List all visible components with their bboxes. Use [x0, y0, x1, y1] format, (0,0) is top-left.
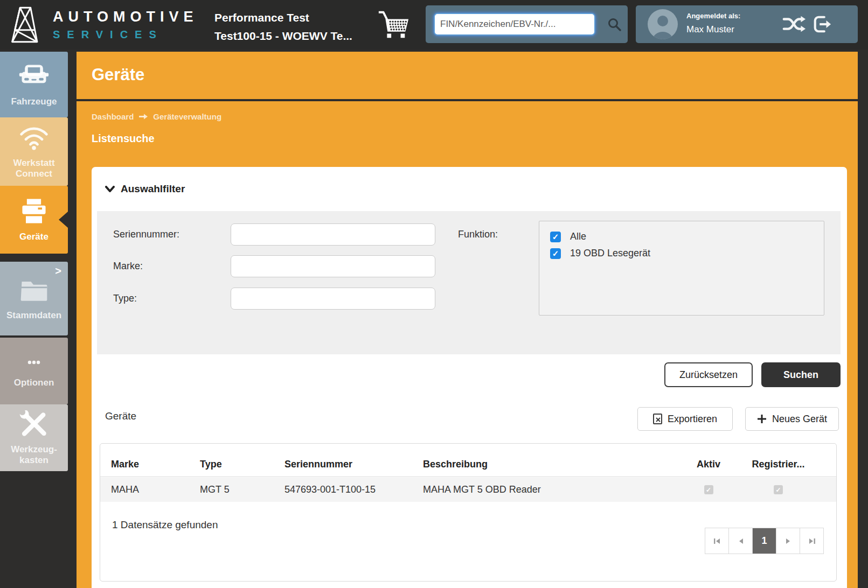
- listensuche-card: Auswahlfilter Seriennummer: Marke: Type:…: [92, 167, 847, 588]
- app-root: AUTOMOTIVE SERVICES Performance Test Tes…: [0, 0, 868, 588]
- funktion-options-box: ✓ Alle ✓ 19 OBD Lesegerät: [539, 221, 824, 316]
- pagination-prev-button[interactable]: [728, 528, 753, 554]
- new-device-button-label: Neues Gerät: [772, 414, 827, 425]
- registriert-checkbox-disabled: ✓: [774, 485, 783, 494]
- breadcrumb-link-dashboard[interactable]: Dashboard: [92, 112, 134, 121]
- reset-button[interactable]: Zurücksetzen: [664, 362, 753, 387]
- sidebar-item-label: Stammdaten: [3, 310, 65, 321]
- aktiv-checkbox-disabled: ✓: [704, 485, 713, 494]
- app-title-line2: Test100-15 - WOEWV Te...: [214, 27, 352, 45]
- col-header-seriennummer[interactable]: Seriennummer: [284, 459, 423, 477]
- search-button[interactable]: Suchen: [761, 362, 841, 387]
- brand-line1: AUTOMOTIVE: [53, 9, 198, 25]
- avatar[interactable]: [648, 9, 678, 39]
- result-count: 1 Datensätze gefunden: [112, 519, 218, 531]
- chevron-down-icon: [105, 186, 115, 193]
- brand-logo[interactable]: AUTOMOTIVE SERVICES: [4, 3, 198, 46]
- marke-label: Marke:: [113, 255, 221, 277]
- next-page-icon: [785, 538, 791, 544]
- sidebar-item-stammdaten[interactable]: > Stammdaten: [0, 262, 68, 335]
- breadcrumb: Dashboard Geräteverwaltung: [92, 112, 221, 121]
- pagination: 1: [705, 528, 824, 554]
- search-icon[interactable]: [607, 17, 621, 31]
- last-page-icon: [808, 538, 816, 544]
- breadcrumb-current: Geräteverwaltung: [153, 112, 221, 121]
- user-name: Max Muster: [686, 24, 740, 35]
- sidebar-item-label: Fahrzeuge: [8, 96, 60, 107]
- sidebar-item-label: Geräte: [16, 232, 52, 242]
- breadcrumb-arrow-icon: [139, 114, 148, 120]
- pagination-current-page[interactable]: 1: [752, 528, 776, 554]
- plus-icon: [757, 414, 767, 424]
- funktion-option-obd[interactable]: ✓ 19 OBD Lesegerät: [550, 245, 824, 262]
- folder-icon: [18, 276, 50, 303]
- type-input[interactable]: [231, 288, 435, 310]
- car-icon: [18, 62, 50, 89]
- active-item-notch: [59, 212, 68, 228]
- main-content: Geräte Dashboard Geräteverwaltung Listen…: [77, 52, 858, 588]
- sidebar-item-label: Werkzeug-kasten: [0, 444, 68, 466]
- col-header-beschreibung[interactable]: Beschreibung: [423, 459, 687, 477]
- cell-marke: MAHA: [111, 484, 200, 495]
- app-title-line1: Performance Test: [214, 9, 352, 27]
- tools-icon: [18, 410, 50, 437]
- top-header: AUTOMOTIVE SERVICES Performance Test Tes…: [0, 0, 868, 50]
- cart-icon[interactable]: [376, 9, 411, 42]
- user-panel: Angemeldet als: Max Muster: [636, 5, 858, 43]
- excel-icon: [653, 414, 662, 424]
- sidebar-item-werkstatt-connect[interactable]: Werkstatt Connect: [0, 117, 68, 186]
- user-texts: Angemeldet als: Max Muster: [686, 12, 740, 35]
- sidebar-item-label: Optionen: [11, 377, 58, 388]
- wifi-icon: [18, 124, 50, 151]
- filter-fields-panel: Seriennummer: Marke: Type: Funktion: ✓ A…: [97, 211, 841, 354]
- results-section-label: Geräte: [105, 410, 136, 422]
- pagination-last-button[interactable]: [800, 528, 824, 554]
- app-title: Performance Test Test100-15 - WOEWV Te..…: [214, 9, 352, 45]
- cell-type: MGT 5: [200, 484, 284, 495]
- expand-chevron-icon[interactable]: >: [55, 265, 61, 277]
- printer-icon: [18, 198, 50, 225]
- checkbox-checked-icon[interactable]: ✓: [550, 232, 561, 242]
- cell-beschreibung: MAHA MGT 5 OBD Reader: [423, 484, 687, 495]
- title-separator: [77, 99, 858, 101]
- table-row[interactable]: MAHA MGT 5 547693-001-T100-15 MAHA MGT 5…: [100, 478, 836, 502]
- page-title: Geräte: [92, 65, 144, 85]
- marke-input[interactable]: [231, 255, 435, 277]
- cell-seriennummer: 547693-001-T100-15: [284, 484, 423, 495]
- filter-header-label: Auswahlfilter: [121, 183, 185, 195]
- section-title: Listensuche: [92, 132, 155, 145]
- col-header-aktiv[interactable]: Aktiv: [687, 459, 730, 477]
- sidebar-item-geraete[interactable]: Geräte: [0, 186, 68, 254]
- funktion-option-label: Alle: [570, 231, 586, 242]
- logout-icon[interactable]: [813, 15, 832, 34]
- seriennummer-input[interactable]: [231, 223, 435, 246]
- filter-accordion-toggle[interactable]: Auswahlfilter: [105, 183, 185, 195]
- sidebar-item-werkzeugkasten[interactable]: Werkzeug-kasten: [0, 404, 68, 471]
- col-header-registriert[interactable]: Registrier...: [730, 459, 827, 477]
- header-search-panel: [426, 5, 628, 43]
- devices-table: Marke Type Seriennummer Beschreibung Akt…: [100, 443, 837, 582]
- new-device-button[interactable]: Neues Gerät: [745, 407, 839, 431]
- first-page-icon: [713, 538, 721, 544]
- pagination-first-button[interactable]: [705, 528, 729, 554]
- search-input[interactable]: [434, 13, 595, 36]
- dots-icon: [18, 354, 50, 370]
- pagination-next-button[interactable]: [776, 528, 800, 554]
- sidebar-item-optionen[interactable]: Optionen: [0, 338, 68, 404]
- prev-page-icon: [738, 538, 744, 544]
- switch-user-icon[interactable]: [782, 15, 806, 33]
- funktion-label: Funktion:: [458, 223, 498, 246]
- logged-in-label: Angemeldet als:: [686, 12, 740, 20]
- col-header-marke[interactable]: Marke: [111, 459, 200, 477]
- funktion-option-label: 19 OBD Lesegerät: [570, 248, 650, 259]
- checkbox-checked-icon[interactable]: ✓: [550, 248, 561, 259]
- funktion-option-alle[interactable]: ✓ Alle: [550, 228, 824, 245]
- col-header-type[interactable]: Type: [200, 459, 284, 477]
- table-header-row: Marke Type Seriennummer Beschreibung Akt…: [100, 444, 836, 477]
- sidebar-item-fahrzeuge[interactable]: Fahrzeuge: [0, 52, 68, 117]
- seriennummer-label: Seriennummer:: [113, 223, 221, 246]
- export-button[interactable]: Exportieren: [637, 407, 733, 431]
- export-button-label: Exportieren: [668, 414, 717, 425]
- brand-text: AUTOMOTIVE SERVICES: [53, 9, 198, 41]
- brand-line2: SERVICES: [53, 29, 198, 41]
